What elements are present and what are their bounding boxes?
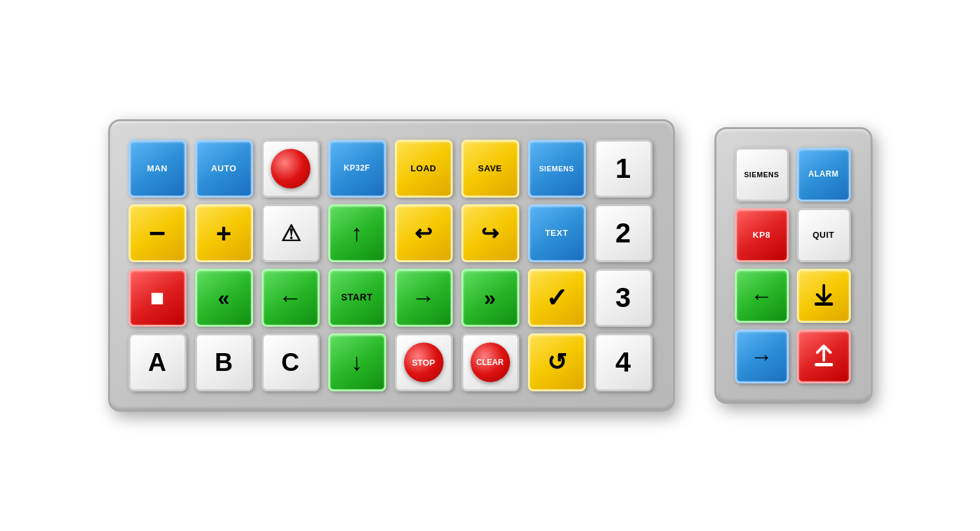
key-dbl-left[interactable]: «: [195, 269, 253, 327]
large-panel: MAN AUTO KP32F LOAD SAVE SIEMENS 1: [108, 119, 675, 412]
key-redo[interactable]: ↪: [461, 204, 519, 262]
key-warn[interactable]: ⚠: [262, 204, 320, 262]
key-cycle[interactable]: ↺: [528, 333, 586, 391]
key-num2[interactable]: 2: [594, 204, 652, 262]
key-up[interactable]: ↑: [328, 204, 386, 262]
key-kp8[interactable]: KP8: [735, 208, 789, 262]
key-load[interactable]: LOAD: [395, 140, 453, 198]
key-upload[interactable]: [797, 329, 851, 383]
key-stop[interactable]: STOP: [395, 333, 453, 391]
small-key-grid: SIEMENS ALARM KP8 QUIT ←: [735, 148, 852, 383]
key-check[interactable]: ✓: [528, 269, 586, 327]
scene: MAN AUTO KP32F LOAD SAVE SIEMENS 1: [108, 119, 873, 412]
key-num4[interactable]: 4: [594, 333, 652, 391]
key-plus[interactable]: +: [195, 204, 253, 262]
key-dbl-right[interactable]: »: [461, 269, 519, 327]
key-stop-sq[interactable]: ■: [129, 269, 187, 327]
key-num1[interactable]: 1: [594, 140, 652, 198]
key-clear[interactable]: CLEAR: [461, 333, 519, 391]
key-left2[interactable]: ←: [735, 269, 789, 323]
key-down[interactable]: ↓: [328, 333, 386, 391]
key-quit2[interactable]: QUIT: [797, 208, 851, 262]
upload-icon: [809, 342, 838, 371]
key-minus[interactable]: −: [129, 204, 187, 262]
key-text[interactable]: TEXT: [528, 204, 586, 262]
large-key-grid: MAN AUTO KP32F LOAD SAVE SIEMENS 1: [129, 140, 654, 391]
key-right[interactable]: →: [395, 269, 453, 327]
svg-rect-1: [815, 363, 833, 366]
key-a[interactable]: A: [129, 333, 187, 391]
key-c[interactable]: C: [262, 333, 320, 391]
key-auto[interactable]: AUTO: [195, 140, 253, 198]
key-siemens2[interactable]: SIEMENS: [735, 148, 789, 202]
key-start[interactable]: START: [328, 269, 386, 327]
key-right2[interactable]: →: [735, 329, 789, 383]
key-download[interactable]: [797, 269, 851, 323]
download-icon: [809, 281, 838, 310]
key-b[interactable]: B: [195, 333, 253, 391]
small-panel: SIEMENS ALARM KP8 QUIT ←: [714, 127, 873, 404]
key-undo[interactable]: ↩: [395, 204, 453, 262]
key-save[interactable]: SAVE: [461, 140, 519, 198]
key-num3[interactable]: 3: [594, 269, 652, 327]
key-alarm[interactable]: ALARM: [797, 148, 851, 202]
svg-rect-0: [815, 302, 833, 306]
key-quit[interactable]: [262, 140, 320, 198]
key-siemens[interactable]: SIEMENS: [528, 140, 586, 198]
key-kp32f[interactable]: KP32F: [328, 140, 386, 198]
key-left[interactable]: ←: [262, 269, 320, 327]
key-man[interactable]: MAN: [129, 140, 187, 198]
